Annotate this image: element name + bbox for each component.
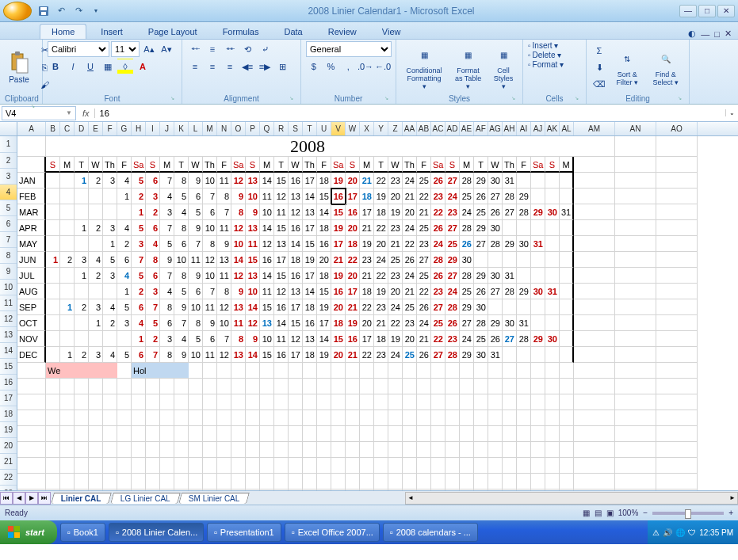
cell[interactable] [203, 458, 217, 474]
cell[interactable]: 27 [445, 268, 460, 284]
cell[interactable]: M [260, 157, 274, 173]
cell[interactable] [231, 474, 246, 490]
column-header[interactable]: P [246, 122, 260, 135]
cell[interactable] [560, 426, 574, 442]
cell[interactable] [545, 458, 560, 474]
cell[interactable] [289, 379, 303, 394]
cell[interactable] [46, 136, 60, 157]
cell[interactable]: 24 [388, 299, 403, 315]
cell[interactable] [103, 426, 117, 442]
cell[interactable]: 26 [474, 189, 488, 204]
cell[interactable] [289, 394, 303, 410]
cell[interactable]: 1 [132, 331, 146, 347]
cell[interactable] [46, 490, 60, 490]
cell[interactable] [374, 458, 388, 474]
cell[interactable]: 5 [189, 204, 203, 220]
cell[interactable]: 29 [445, 252, 460, 268]
cell[interactable]: 2 [75, 299, 89, 315]
cell[interactable] [374, 410, 388, 426]
cell[interactable] [517, 458, 531, 474]
autosum-icon[interactable]: Σ [591, 43, 607, 59]
cell[interactable] [503, 299, 517, 315]
cell[interactable] [132, 442, 146, 458]
cell[interactable] [560, 442, 574, 458]
cell[interactable]: 6 [174, 236, 189, 252]
cell[interactable]: Sa [132, 157, 146, 173]
cell[interactable] [46, 474, 60, 490]
cell[interactable]: 19 [331, 268, 346, 284]
cell[interactable]: 31 [503, 173, 517, 189]
cell[interactable]: 28 [460, 220, 474, 236]
cell[interactable]: 29 [488, 315, 503, 331]
cell[interactable] [531, 474, 545, 490]
cell[interactable]: 10 [189, 299, 203, 315]
cell[interactable] [331, 442, 346, 458]
cell[interactable] [445, 136, 460, 157]
cell[interactable] [560, 136, 574, 157]
cell[interactable] [656, 236, 698, 252]
cell[interactable] [60, 426, 75, 442]
cell[interactable] [60, 173, 75, 189]
cell[interactable] [615, 394, 656, 410]
cell[interactable]: 1 [60, 347, 75, 363]
cell[interactable]: 18 [317, 173, 331, 189]
cell[interactable]: 25 [460, 284, 474, 299]
align-left-icon[interactable]: ≡ [187, 59, 203, 74]
cell[interactable] [346, 379, 360, 394]
cell[interactable] [656, 173, 698, 189]
cell[interactable] [60, 442, 75, 458]
column-header[interactable]: Q [260, 122, 274, 135]
cell[interactable] [189, 458, 203, 474]
cell[interactable]: Th [103, 157, 117, 173]
align-bottom-icon[interactable]: ⬵ [222, 41, 238, 57]
cell[interactable] [289, 442, 303, 458]
row-header[interactable]: 20 [0, 438, 17, 454]
cell[interactable] [460, 426, 474, 442]
cell[interactable]: 26 [417, 299, 431, 315]
cell[interactable] [517, 474, 531, 490]
cell[interactable]: 8 [203, 236, 217, 252]
cell[interactable] [189, 426, 203, 442]
cell[interactable] [460, 490, 474, 490]
cell[interactable] [431, 136, 445, 157]
zoom-slider[interactable] [652, 512, 724, 515]
cell[interactable]: 7 [146, 347, 160, 363]
cell[interactable]: 5 [132, 268, 146, 284]
expand-formula-icon[interactable]: ⌄ [725, 109, 738, 116]
cell[interactable] [103, 394, 117, 410]
select-all-corner[interactable] [0, 122, 17, 135]
column-header[interactable]: I [146, 122, 160, 135]
cell[interactable] [560, 347, 574, 363]
cell[interactable] [89, 379, 103, 394]
cell[interactable] [346, 363, 360, 379]
cell[interactable] [189, 442, 203, 458]
cell[interactable]: 1 [117, 284, 132, 299]
cell[interactable]: 13 [260, 315, 274, 331]
cell[interactable]: 13 [274, 236, 289, 252]
cell[interactable] [117, 442, 132, 458]
cell[interactable] [117, 331, 132, 347]
cell[interactable] [574, 458, 615, 474]
cell[interactable] [545, 474, 560, 490]
cell[interactable]: 28 [503, 284, 517, 299]
cell[interactable]: 8 [174, 268, 189, 284]
cell[interactable] [545, 394, 560, 410]
cell[interactable] [260, 410, 274, 426]
cell[interactable] [189, 410, 203, 426]
cell[interactable]: Sa [231, 157, 246, 173]
cell[interactable]: 24 [374, 252, 388, 268]
cell[interactable] [615, 189, 656, 204]
cell[interactable]: 18 [374, 331, 388, 347]
cell[interactable] [360, 426, 374, 442]
cell[interactable]: 15 [246, 252, 260, 268]
cell[interactable]: 29 [503, 236, 517, 252]
conditional-formatting-button[interactable]: ▦Conditional Formatting ▾ [401, 42, 447, 93]
cell[interactable] [217, 442, 231, 458]
cell[interactable]: JUL [17, 268, 46, 284]
cell[interactable]: 9 [246, 204, 260, 220]
cell[interactable]: 19 [317, 347, 331, 363]
cell[interactable] [374, 426, 388, 442]
cell[interactable] [217, 410, 231, 426]
cell[interactable]: 29 [531, 331, 545, 347]
cell[interactable] [574, 347, 615, 363]
